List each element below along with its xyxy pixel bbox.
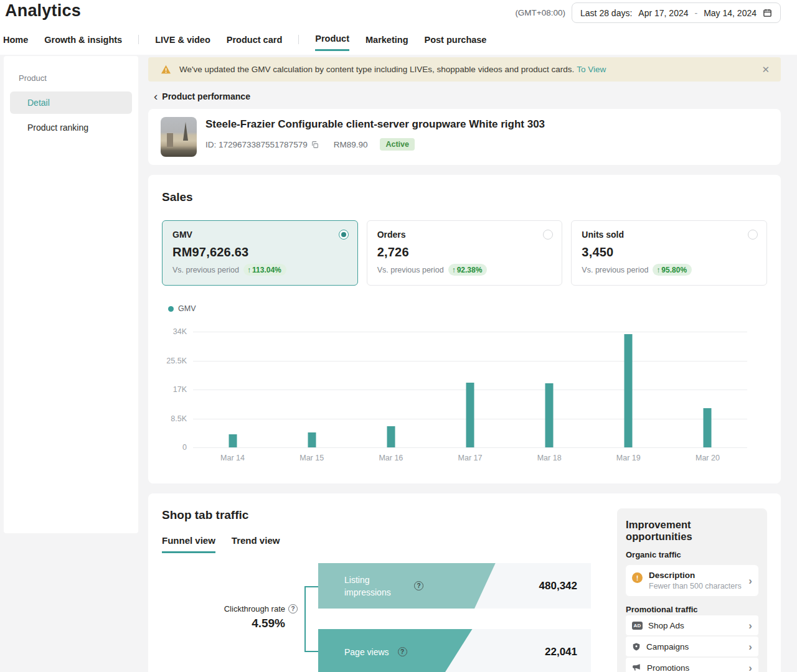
tab-funnel-view[interactable]: Funnel view bbox=[162, 535, 215, 553]
description-subtitle: Fewer than 500 characters bbox=[649, 582, 742, 590]
funnel-row-page-views[interactable]: Page views ? 22,041 bbox=[318, 629, 591, 672]
promo-item-label: Promotions bbox=[647, 663, 689, 672]
trend-value: 113.04% bbox=[252, 266, 281, 274]
y-axis-tick-label: 17K bbox=[173, 385, 187, 394]
chevron-right-icon: › bbox=[748, 620, 752, 631]
close-icon[interactable]: ✕ bbox=[762, 64, 770, 75]
chart-plot-area: 08.5K17K25.5K34KMar 14Mar 15Mar 16Mar 17… bbox=[193, 332, 747, 447]
compare-label: Vs. previous period bbox=[377, 266, 444, 274]
legend-dot-icon bbox=[168, 306, 174, 312]
tab-trend-view[interactable]: Trend view bbox=[232, 535, 280, 553]
promo-item-shop-ads[interactable]: AD Shop Ads › bbox=[626, 615, 758, 635]
sidebar-group-label: Product bbox=[10, 73, 132, 83]
help-icon[interactable]: ? bbox=[398, 647, 407, 656]
x-axis-tick-label: Mar 17 bbox=[458, 454, 483, 462]
bar-mar-18[interactable] bbox=[545, 383, 554, 447]
alert-icon: ! bbox=[632, 572, 643, 583]
bar-mar-20[interactable] bbox=[704, 408, 712, 447]
date-preset-label: Last 28 days: bbox=[580, 8, 632, 18]
bar-mar-15[interactable] bbox=[308, 432, 316, 447]
funnel-chart: Clickthrough rate ? 4.59% Listing impres… bbox=[162, 561, 617, 672]
y-axis-tick-label: 34K bbox=[173, 327, 187, 336]
announcement-banner: We've updated the GMV calculation by con… bbox=[148, 57, 781, 82]
x-axis-tick-label: Mar 20 bbox=[696, 454, 720, 462]
up-arrow-icon: ↑ bbox=[247, 266, 251, 274]
back-chevron-icon[interactable]: ‹ bbox=[154, 92, 158, 101]
up-arrow-icon: ↑ bbox=[452, 266, 456, 274]
nav-product[interactable]: Product bbox=[315, 34, 349, 51]
y-axis-tick-label: 0 bbox=[182, 443, 187, 452]
sales-section: Sales GMV RM97,626.63 Vs. previous perio… bbox=[148, 175, 781, 483]
clickthrough-rate-value: 4.59% bbox=[187, 617, 285, 630]
main-nav: Home Growth & insights LIVE & video Prod… bbox=[3, 34, 486, 51]
bar-mar-14[interactable] bbox=[229, 434, 237, 447]
chart-legend: GMV bbox=[168, 304, 767, 313]
metric-card-gmv[interactable]: GMV RM97,626.63 Vs. previous period ↑113… bbox=[162, 220, 358, 286]
nav-divider bbox=[298, 35, 299, 44]
shield-icon bbox=[632, 642, 641, 651]
date-end: May 14, 2024 bbox=[704, 8, 757, 18]
chevron-right-icon: › bbox=[748, 663, 752, 672]
bar-mar-16[interactable] bbox=[387, 426, 395, 447]
funnel-row-listing-impressions[interactable]: Listing impressions ? 480,342 bbox=[318, 563, 591, 609]
x-axis-tick-label: Mar 14 bbox=[220, 454, 245, 462]
sidebar-item-product-ranking[interactable]: Product ranking bbox=[10, 116, 132, 139]
nav-growth-insights[interactable]: Growth & insights bbox=[44, 35, 122, 50]
description-opportunity-card[interactable]: ! Description Fewer than 500 characters … bbox=[626, 565, 758, 596]
traffic-tabs: Funnel view Trend view bbox=[162, 535, 617, 553]
promo-item-label: Campaigns bbox=[646, 642, 689, 651]
breadcrumb-label[interactable]: Product performance bbox=[162, 91, 250, 101]
bar-mar-17[interactable] bbox=[466, 383, 474, 447]
x-axis-tick-label: Mar 19 bbox=[616, 454, 641, 462]
improvement-heading: Improvement opportunities bbox=[626, 519, 758, 543]
bar-mar-19[interactable] bbox=[625, 334, 633, 447]
x-axis-tick-label: Mar 16 bbox=[379, 454, 403, 462]
help-icon[interactable]: ? bbox=[414, 581, 423, 590]
x-axis-tick-label: Mar 18 bbox=[537, 454, 562, 462]
promo-item-promotions[interactable]: Promotions › bbox=[626, 658, 758, 672]
clickthrough-rate-label: Clickthrough rate ? bbox=[187, 604, 298, 614]
nav-live-video[interactable]: LIVE & video bbox=[155, 35, 210, 50]
sidebar-item-detail[interactable]: Detail bbox=[10, 91, 132, 114]
trend-badge: ↑95.80% bbox=[653, 264, 692, 276]
chart-gridline bbox=[193, 447, 747, 448]
promo-item-campaigns[interactable]: Campaigns › bbox=[626, 637, 758, 656]
trend-value: 95.80% bbox=[661, 266, 687, 274]
nav-post-purchase[interactable]: Post purchase bbox=[425, 35, 487, 50]
nav-home[interactable]: Home bbox=[3, 35, 28, 50]
help-icon[interactable]: ? bbox=[288, 604, 298, 614]
trend-value: 92.38% bbox=[457, 266, 483, 274]
ad-icon: AD bbox=[632, 622, 643, 630]
banner-to-view-link[interactable]: To View bbox=[577, 65, 606, 74]
metric-label: GMV bbox=[172, 230, 347, 240]
rate-label-text: Clickthrough rate bbox=[224, 604, 285, 614]
y-axis-tick-label: 25.5K bbox=[166, 357, 187, 365]
nav-marketing[interactable]: Marketing bbox=[365, 35, 408, 50]
metric-card-units-sold[interactable]: Units sold 3,450 Vs. previous period ↑95… bbox=[571, 220, 767, 286]
sidebar: Product Detail Product ranking bbox=[4, 56, 138, 533]
metric-value: 3,450 bbox=[582, 245, 757, 259]
date-range-picker[interactable]: Last 28 days: Apr 17, 2024 - May 14, 202… bbox=[572, 2, 781, 23]
compare-label: Vs. previous period bbox=[172, 266, 239, 274]
status-badge: Active bbox=[380, 138, 415, 151]
metric-value: RM97,626.63 bbox=[172, 245, 347, 259]
banner-message: We've updated the GMV calculation by con… bbox=[179, 65, 574, 74]
megaphone-icon bbox=[632, 663, 641, 672]
metric-label: Orders bbox=[377, 230, 552, 240]
description-title: Description bbox=[649, 571, 742, 580]
funnel-row-value: 480,342 bbox=[539, 563, 577, 609]
copy-icon[interactable] bbox=[311, 141, 319, 149]
radio-unselected-icon[interactable] bbox=[748, 230, 758, 240]
product-image bbox=[161, 117, 197, 157]
metric-card-orders[interactable]: Orders 2,726 Vs. previous period ↑92.38% bbox=[367, 220, 563, 286]
shop-tab-traffic-section: Shop tab traffic Funnel view Trend view … bbox=[148, 493, 781, 672]
nav-product-card[interactable]: Product card bbox=[227, 35, 282, 50]
gmv-bar-chart: 08.5K17K25.5K34KMar 14Mar 15Mar 16Mar 17… bbox=[162, 324, 767, 467]
traffic-heading: Shop tab traffic bbox=[162, 508, 617, 522]
warning-icon bbox=[161, 65, 171, 74]
date-separator: - bbox=[694, 8, 697, 18]
metric-label: Units sold bbox=[582, 230, 757, 240]
radio-selected-icon[interactable] bbox=[339, 230, 349, 240]
date-start: Apr 17, 2024 bbox=[638, 8, 688, 18]
chart-gridline bbox=[193, 361, 747, 362]
